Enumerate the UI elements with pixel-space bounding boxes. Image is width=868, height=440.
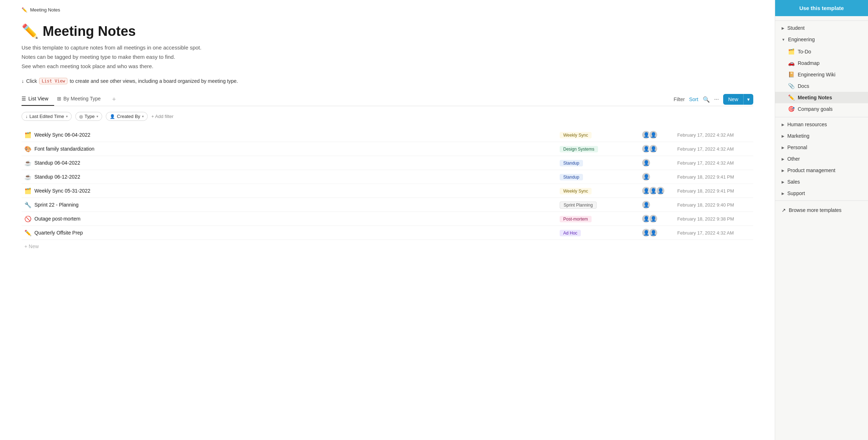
new-button[interactable]: New ▾ bbox=[723, 94, 753, 105]
row-date: February 18, 2022 9:38 PM bbox=[674, 216, 753, 222]
table-row[interactable]: ☕ Standup 06-12-2022 Standup 👤 February … bbox=[22, 170, 753, 184]
page-header: ✏️ Meeting Notes Use this template to ca… bbox=[22, 23, 753, 84]
filter-created-by[interactable]: 👤 Created By ▾ bbox=[106, 112, 148, 121]
sidebar-item-roadmap[interactable]: 🚗 Roadmap bbox=[775, 57, 868, 69]
table-row[interactable]: 🚫 Outage post-mortem Post-mortem 👤 👤 Feb… bbox=[22, 212, 753, 226]
table-row[interactable]: 🗂️ Weekly Sync 05-31-2022 Weekly Sync 👤 … bbox=[22, 184, 753, 198]
row-emoji: ☕ bbox=[24, 160, 32, 166]
chevron-right-icon-marketing: ▶ bbox=[782, 134, 784, 138]
engineering-items: 🗂️ To-Do 🚗 Roadmap 📔 Engineering Wiki 📎 … bbox=[775, 45, 868, 115]
sidebar-item-docs[interactable]: 📎 Docs bbox=[775, 80, 868, 92]
avatar: 👤 bbox=[641, 200, 651, 209]
row-title: ☕ Standup 06-04-2022 bbox=[22, 160, 560, 166]
tag-badge: Sprint Planning bbox=[560, 202, 597, 209]
tab-actions: Filter Sort 🔍 ··· New ▾ bbox=[674, 94, 753, 105]
sidebar-item-company-goals[interactable]: 🎯 Company goals bbox=[775, 103, 868, 115]
sidebar-group-engineering[interactable]: ▼ Engineering bbox=[775, 34, 868, 45]
sort-button[interactable]: Sort bbox=[689, 96, 698, 102]
table-row[interactable]: 🔧 Sprint 22 - Planning Sprint Planning 👤… bbox=[22, 198, 753, 212]
filter-created-arrow: ▾ bbox=[142, 114, 144, 118]
row-tag: Weekly Sync bbox=[560, 188, 639, 194]
sidebar-group-marketing[interactable]: ▶ Marketing bbox=[775, 130, 868, 142]
new-button-dropdown[interactable]: ▾ bbox=[743, 94, 753, 105]
filter-created-icon: 👤 bbox=[110, 114, 115, 119]
wiki-label: Engineering Wiki bbox=[798, 72, 862, 77]
row-tag: Ad Hoc bbox=[560, 230, 639, 236]
row-date: February 18, 2022 9:40 PM bbox=[674, 202, 753, 208]
filter-time-arrow: ▾ bbox=[66, 114, 68, 118]
hint-text: Click bbox=[26, 78, 37, 84]
search-button[interactable]: 🔍 bbox=[703, 96, 710, 103]
row-name: Weekly Sync 05-31-2022 bbox=[34, 188, 90, 194]
filter-last-edited-time[interactable]: ↓ Last Edited Time ▾ bbox=[22, 112, 72, 121]
more-options-button[interactable]: ··· bbox=[714, 96, 719, 103]
tabs-bar: ☰ List View ⊞ By Meeting Type + Filter S… bbox=[22, 93, 753, 106]
add-filter-button[interactable]: + Add filter bbox=[151, 114, 174, 119]
list-view-badge[interactable]: List View bbox=[39, 78, 67, 84]
browse-templates-link[interactable]: ↗ Browse more templates bbox=[775, 204, 868, 217]
docs-icon: 📎 bbox=[788, 83, 795, 89]
sidebar-divider-3 bbox=[775, 200, 868, 201]
table-row[interactable]: ✏️ Quarterly Offsite Prep Ad Hoc 👤 👤 Feb… bbox=[22, 226, 753, 240]
tag-badge: Standup bbox=[560, 174, 583, 180]
row-date: February 17, 2022 4:32 AM bbox=[674, 146, 753, 152]
row-emoji: ✏️ bbox=[24, 230, 32, 236]
sidebar-item-todo[interactable]: 🗂️ To-Do bbox=[775, 46, 868, 57]
sidebar-group-sales[interactable]: ▶ Sales bbox=[775, 176, 868, 188]
add-new-row[interactable]: + New bbox=[22, 240, 753, 253]
main-content: ✏️ Meeting Notes ✏️ Meeting Notes Use th… bbox=[0, 0, 775, 440]
row-avatars: 👤 👤 bbox=[639, 214, 674, 223]
chevron-right-icon-support: ▶ bbox=[782, 191, 784, 195]
table-row[interactable]: 🗂️ Weekly Sync 06-04-2022 Weekly Sync 👤 … bbox=[22, 128, 753, 142]
row-title: 🗂️ Weekly Sync 05-31-2022 bbox=[22, 188, 560, 194]
table-row[interactable]: 🎨 Font family standardization Design Sys… bbox=[22, 142, 753, 156]
row-date: February 18, 2022 9:41 PM bbox=[674, 174, 753, 180]
filter-bar: ↓ Last Edited Time ▾ ◎ Type ▾ 👤 Created … bbox=[22, 112, 753, 121]
row-title: 🗂️ Weekly Sync 06-04-2022 bbox=[22, 132, 560, 138]
sidebar-group-product[interactable]: ▶ Product management bbox=[775, 165, 868, 176]
sidebar-group-other[interactable]: ▶ Other bbox=[775, 153, 868, 165]
sidebar-divider-2 bbox=[775, 117, 868, 117]
wiki-icon: 📔 bbox=[788, 71, 795, 78]
row-avatars: 👤 👤 bbox=[639, 144, 674, 153]
sidebar-group-support[interactable]: ▶ Support bbox=[775, 188, 868, 199]
sidebar-group-student[interactable]: ▶ Student bbox=[775, 22, 868, 34]
tab-by-meeting-type[interactable]: ⊞ By Meeting Type bbox=[57, 93, 106, 106]
sidebar-group-personal[interactable]: ▶ Personal bbox=[775, 142, 868, 153]
row-date: February 17, 2022 4:32 AM bbox=[674, 230, 753, 236]
use-template-button[interactable]: Use this template bbox=[775, 0, 868, 16]
row-date: February 18, 2022 9:41 PM bbox=[674, 188, 753, 194]
row-title: 🚫 Outage post-mortem bbox=[22, 216, 560, 222]
todo-label: To-Do bbox=[798, 49, 862, 55]
sidebar-group-hr[interactable]: ▶ Human resources bbox=[775, 119, 868, 130]
table-row[interactable]: ☕ Standup 06-04-2022 Standup 👤 February … bbox=[22, 156, 753, 170]
row-name: Standup 06-12-2022 bbox=[34, 174, 80, 180]
group-label-engineering: Engineering bbox=[788, 37, 862, 42]
row-emoji: 🎨 bbox=[24, 146, 32, 152]
row-emoji: 🚫 bbox=[24, 216, 32, 222]
tab-list-view[interactable]: ☰ List View bbox=[22, 93, 54, 106]
avatar: 👤 bbox=[649, 144, 658, 153]
avatar: 👤 bbox=[649, 130, 658, 139]
filter-button[interactable]: Filter bbox=[674, 96, 685, 102]
todo-icon: 🗂️ bbox=[788, 48, 795, 55]
description-line-1: Use this template to capture notes from … bbox=[22, 43, 753, 52]
row-avatars: 👤 bbox=[639, 172, 674, 181]
row-name: Weekly Sync 06-04-2022 bbox=[34, 132, 90, 138]
new-button-label: New bbox=[723, 94, 743, 105]
chevron-down-icon: ▼ bbox=[782, 38, 785, 42]
page-title-icon: ✏️ bbox=[22, 23, 38, 39]
table-container: 🗂️ Weekly Sync 06-04-2022 Weekly Sync 👤 … bbox=[22, 128, 753, 253]
filter-created-label: Created By bbox=[117, 114, 140, 119]
avatar: 👤 bbox=[656, 186, 665, 195]
sidebar-item-engineering-wiki[interactable]: 📔 Engineering Wiki bbox=[775, 69, 868, 80]
filter-type-icon: ◎ bbox=[79, 114, 83, 119]
sidebar-item-meeting-notes[interactable]: ✏️ Meeting Notes bbox=[775, 92, 868, 103]
row-avatars: 👤 👤 👤 bbox=[639, 186, 674, 195]
chevron-right-icon-other: ▶ bbox=[782, 157, 784, 161]
chevron-right-icon-product: ▶ bbox=[782, 169, 784, 172]
description-line-3: See when each meeting took place and who… bbox=[22, 62, 753, 71]
tab-add-button[interactable]: + bbox=[109, 95, 119, 104]
filter-type[interactable]: ◎ Type ▾ bbox=[75, 112, 102, 121]
window-tab-title: ✏️ Meeting Notes bbox=[22, 7, 753, 13]
